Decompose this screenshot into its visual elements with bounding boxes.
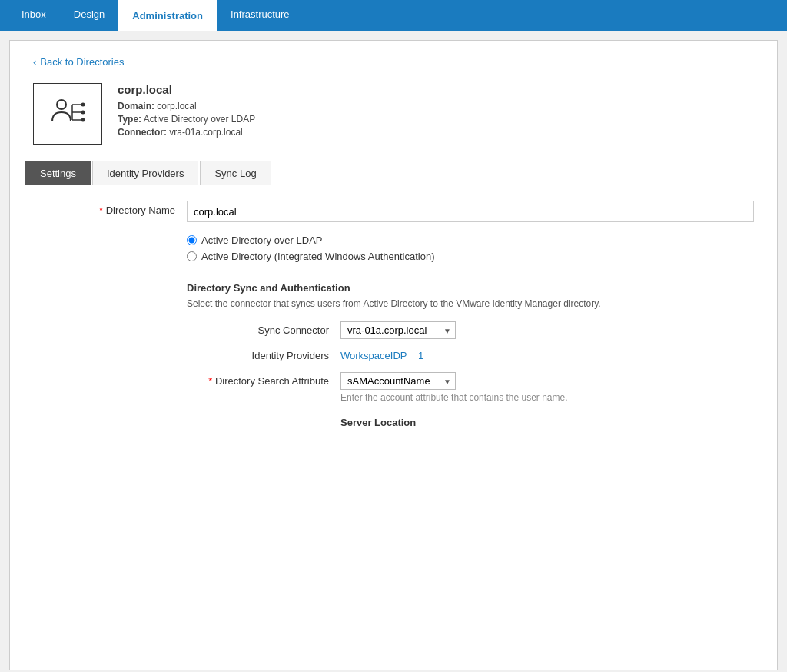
- sync-section-row: Directory Sync and Authentication Select…: [33, 279, 754, 444]
- domain-label: Domain:: [118, 101, 154, 111]
- nav-item-inbox[interactable]: Inbox: [8, 0, 60, 31]
- sync-connector-select-wrapper: vra-01a.corp.local ▼: [340, 321, 456, 339]
- dir-search-attr-value: sAMAccountName ▼ Enter the account attri…: [340, 372, 754, 403]
- type-value: Active Directory over LDAP: [144, 114, 255, 125]
- back-link-text: Back to Directories: [40, 56, 124, 68]
- directory-name-heading: corp.local: [118, 83, 255, 96]
- radio-ad-iwa-label[interactable]: Active Directory (Integrated Windows Aut…: [201, 251, 434, 262]
- directory-name-input[interactable]: [187, 201, 754, 222]
- directory-details: corp.local Domain: corp.local Type: Acti…: [118, 83, 255, 140]
- directory-domain: Domain: corp.local: [118, 101, 255, 111]
- directory-icon: [33, 83, 102, 145]
- connector-value: vra-01a.corp.local: [169, 127, 242, 138]
- radio-ad-iwa: Active Directory (Integrated Windows Aut…: [187, 251, 754, 262]
- identity-providers-label: Identity Providers: [187, 350, 340, 361]
- sync-connector-label: Sync Connector: [187, 324, 340, 336]
- domain-value: corp.local: [157, 101, 196, 111]
- dir-search-attr-select[interactable]: sAMAccountName: [340, 372, 456, 390]
- directory-type: Type: Active Directory over LDAP: [118, 114, 255, 125]
- settings-form: Directory Name Active Directory over LDA…: [10, 185, 777, 471]
- svg-point-0: [57, 100, 66, 109]
- radio-ad-ldap: Active Directory over LDAP: [187, 235, 754, 246]
- dir-search-attr-label: Directory Search Attribute: [187, 372, 340, 387]
- directory-name-row: Directory Name: [33, 201, 754, 222]
- identity-providers-value: WorkspaceIDP__1: [340, 350, 754, 361]
- directory-info-section: corp.local Domain: corp.local Type: Acti…: [10, 75, 777, 160]
- dir-search-attr-hint: Enter the account attribute that contain…: [340, 392, 754, 403]
- svg-point-4: [81, 111, 85, 115]
- connector-label: Connector:: [118, 127, 167, 138]
- tab-settings[interactable]: Settings: [25, 161, 91, 185]
- sync-connector-value: vra-01a.corp.local ▼: [340, 321, 754, 339]
- svg-point-2: [81, 103, 85, 107]
- back-to-directories-link[interactable]: ‹ Back to Directories: [10, 41, 777, 75]
- back-arrow-icon: ‹: [33, 56, 36, 68]
- server-location-row: Server Location: [187, 414, 754, 433]
- radio-ad-iwa-input[interactable]: [187, 251, 197, 261]
- directory-name-control: [187, 201, 754, 222]
- dir-search-attr-row: Directory Search Attribute sAMAccountNam…: [187, 372, 754, 403]
- server-location-value: Server Location: [340, 414, 754, 433]
- dir-search-attr-select-wrapper: sAMAccountName ▼: [340, 372, 456, 390]
- sync-connector-row: Sync Connector vra-01a.corp.local ▼: [187, 321, 754, 339]
- server-location-heading: Server Location: [340, 417, 754, 428]
- identity-providers-link[interactable]: WorkspaceIDP__1: [340, 350, 423, 361]
- top-navigation: InboxDesignAdministrationInfrastructure: [0, 0, 787, 31]
- radio-ad-ldap-input[interactable]: [187, 235, 197, 245]
- nav-item-infrastructure[interactable]: Infrastructure: [217, 0, 304, 31]
- sync-section-content: Directory Sync and Authentication Select…: [187, 279, 754, 444]
- nav-item-administration[interactable]: Administration: [118, 0, 217, 31]
- ad-type-options: Active Directory over LDAP Active Direct…: [187, 235, 754, 267]
- main-container: ‹ Back to Directories corp.local Doma: [9, 40, 778, 670]
- directory-name-label: Directory Name: [33, 201, 187, 216]
- directory-connector: Connector: vra-01a.corp.local: [118, 127, 255, 138]
- sync-section-desc: Select the connector that syncs users fr…: [187, 298, 754, 309]
- tab-identity-providers[interactable]: Identity Providers: [92, 161, 198, 185]
- svg-point-6: [81, 118, 85, 122]
- tabs-row: Settings Identity Providers Sync Log: [10, 160, 777, 185]
- type-label: Type:: [118, 114, 141, 125]
- ad-type-row: Active Directory over LDAP Active Direct…: [33, 235, 754, 267]
- sync-connector-select[interactable]: vra-01a.corp.local: [340, 321, 456, 339]
- sync-section-heading: Directory Sync and Authentication: [187, 282, 754, 294]
- tab-sync-log[interactable]: Sync Log: [200, 161, 271, 185]
- nav-item-design[interactable]: Design: [60, 0, 118, 31]
- identity-providers-row: Identity Providers WorkspaceIDP__1: [187, 350, 754, 361]
- radio-ad-ldap-label[interactable]: Active Directory over LDAP: [201, 235, 323, 246]
